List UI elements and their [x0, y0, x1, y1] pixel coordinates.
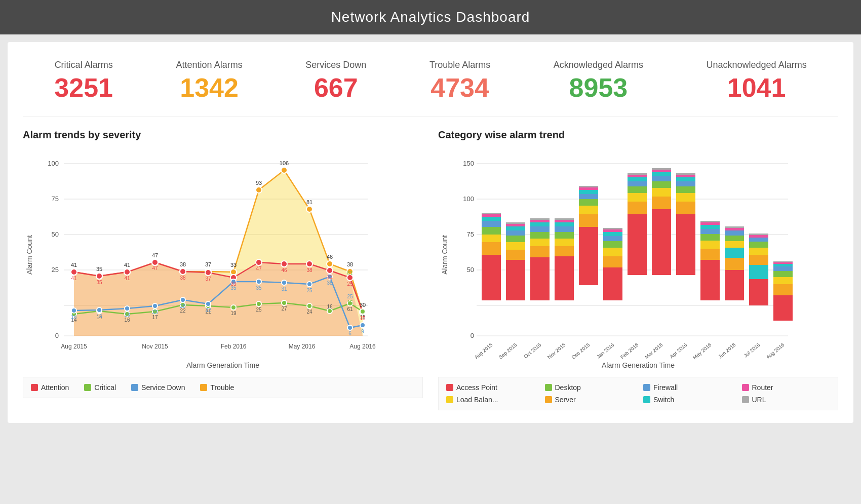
svg-text:Jan 2016: Jan 2016	[596, 342, 615, 360]
kpi-unack-value: 1041	[707, 74, 807, 101]
svg-rect-157	[530, 222, 550, 226]
svg-rect-198	[652, 170, 671, 172]
svg-text:38: 38	[347, 261, 353, 267]
svg-rect-162	[555, 239, 574, 246]
svg-rect-140	[482, 221, 501, 227]
service-down-label: Service Down	[141, 383, 185, 392]
svg-point-20	[256, 187, 262, 193]
svg-rect-199	[652, 168, 671, 170]
svg-rect-196	[652, 176, 671, 181]
kpi-attention-label: Attention Alarms	[176, 60, 243, 70]
svg-text:33: 33	[230, 281, 237, 287]
svg-text:0: 0	[471, 332, 474, 339]
svg-rect-171	[579, 199, 598, 206]
svg-rect-156	[530, 226, 550, 232]
svg-text:35: 35	[96, 280, 102, 285]
svg-rect-187	[628, 186, 647, 193]
svg-text:35: 35	[96, 266, 102, 272]
svg-text:75: 75	[467, 230, 474, 238]
svg-rect-236	[773, 266, 793, 271]
svg-rect-170	[579, 206, 598, 214]
server-label: Server	[555, 396, 576, 404]
legend-access-point: Access Point	[446, 383, 535, 392]
svg-rect-213	[700, 225, 720, 229]
svg-rect-221	[725, 230, 744, 236]
svg-rect-164	[555, 226, 574, 232]
svg-rect-211	[700, 234, 720, 241]
service-down-color	[131, 384, 138, 391]
svg-text:61: 61	[347, 306, 353, 312]
svg-text:27: 27	[281, 306, 287, 312]
line-chart-legend: Attention Critical Service Down Trouble	[23, 377, 423, 398]
svg-point-60	[282, 280, 287, 285]
svg-point-36	[327, 267, 333, 274]
svg-rect-182	[603, 229, 622, 232]
svg-text:Feb 2016: Feb 2016	[619, 342, 640, 360]
svg-rect-214	[700, 222, 720, 225]
svg-text:25: 25	[306, 288, 312, 293]
svg-text:50: 50	[52, 230, 59, 238]
svg-rect-161	[555, 246, 574, 256]
svg-text:30: 30	[360, 302, 366, 308]
switch-label: Switch	[653, 396, 674, 404]
svg-rect-238	[773, 262, 793, 264]
svg-text:24: 24	[306, 309, 312, 315]
svg-text:16: 16	[71, 314, 77, 320]
svg-rect-188	[628, 181, 647, 186]
svg-text:35: 35	[256, 285, 262, 291]
kpi-unack-label: Unacknowledged Alarms	[707, 60, 807, 70]
svg-text:9: 9	[361, 329, 364, 334]
legend-url: URL	[742, 396, 831, 404]
svg-rect-201	[676, 202, 695, 214]
svg-rect-220	[725, 236, 744, 241]
svg-point-54	[125, 306, 130, 311]
charts-row: Alarm trends by severity Alarm Count 100…	[23, 129, 838, 410]
svg-rect-190	[628, 175, 647, 177]
line-chart-title: Alarm trends by severity	[23, 129, 423, 141]
svg-rect-168	[579, 227, 598, 285]
svg-rect-158	[530, 220, 550, 222]
svg-text:Apr 2016: Apr 2016	[669, 342, 688, 360]
legend-router: Router	[742, 383, 831, 392]
legend-load-balancer: Load Balan...	[446, 396, 535, 404]
svg-rect-195	[652, 181, 671, 188]
critical-color	[84, 384, 91, 391]
svg-point-55	[152, 303, 158, 308]
attention-label: Attention	[41, 383, 69, 392]
kpi-ack-value: 8953	[554, 74, 643, 101]
svg-text:17: 17	[152, 315, 158, 320]
svg-rect-175	[579, 186, 598, 187]
svg-rect-177	[603, 256, 622, 267]
kpi-services-down: Services Down 667	[305, 60, 366, 101]
svg-text:37: 37	[205, 261, 211, 267]
svg-rect-144	[506, 260, 525, 300]
svg-rect-210	[700, 241, 720, 249]
kpi-critical-label: Critical Alarms	[54, 60, 113, 70]
svg-text:38: 38	[180, 275, 186, 281]
svg-rect-137	[482, 242, 501, 255]
svg-rect-150	[506, 224, 525, 226]
svg-text:38: 38	[180, 261, 186, 267]
svg-text:Aug 2015: Aug 2015	[61, 343, 87, 350]
svg-text:18: 18	[124, 312, 130, 318]
kpi-trouble-label: Trouble Alarms	[429, 60, 490, 70]
kpi-attention-alarms: Attention Alarms 1342	[176, 60, 243, 101]
legend-desktop: Desktop	[545, 383, 634, 392]
svg-text:Jun 2016: Jun 2016	[717, 342, 737, 360]
svg-text:Nov 2015: Nov 2015	[546, 342, 567, 360]
svg-text:Jul 2016: Jul 2016	[742, 342, 761, 359]
line-chart-svg: 100 75 50 25 0	[33, 148, 378, 361]
svg-text:Dec 2015: Dec 2015	[571, 342, 591, 360]
svg-rect-194	[652, 188, 671, 197]
svg-rect-230	[749, 235, 768, 238]
svg-rect-186	[628, 193, 647, 202]
svg-rect-228	[749, 242, 768, 248]
svg-rect-223	[725, 226, 744, 228]
svg-rect-141	[482, 217, 501, 221]
server-color	[545, 396, 552, 403]
svg-text:41: 41	[71, 262, 77, 268]
svg-point-61	[307, 282, 312, 287]
url-label: URL	[752, 396, 766, 404]
svg-point-23	[327, 261, 333, 267]
line-chart-y-label: Alarm Count	[23, 148, 33, 361]
